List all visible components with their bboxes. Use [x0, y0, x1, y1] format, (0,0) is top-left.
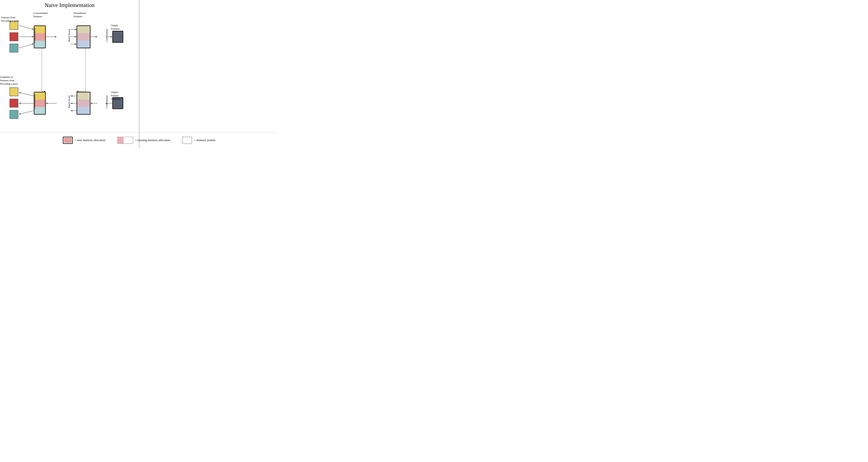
naive-batchnorm-label-bwd: Batch Norm [68, 95, 71, 108]
naive-teal-box [9, 44, 18, 53]
svg-line-2 [19, 26, 34, 29]
naive-norm-stack-bwd [76, 92, 90, 114]
legend-existing-memory-label: = existing memory allocation [135, 138, 170, 142]
naive-concat-label-fwd: Concatenation [33, 28, 36, 43]
naive-batchnorm-label-fwd: Batch Norm [68, 29, 71, 42]
naive-features-from-label: Features fromPreceding Layers [1, 16, 19, 23]
naive-norm-stack-fwd [76, 26, 90, 48]
naive-conv-label-fwd: Convolution [105, 29, 108, 42]
naive-section: Naive Implementation [0, 0, 139, 148]
svg-line-4 [19, 44, 34, 48]
legend-memory-pointer-label: = memory pointer [194, 138, 216, 142]
naive-normalized-features-label: NormalizedFeatures [73, 11, 86, 18]
naive-output-box-fwd [112, 31, 123, 43]
legend-existing-memory: = existing memory allocation [117, 137, 170, 144]
svg-line-17 [19, 92, 34, 96]
naive-output-features-label: OutputFeatures [111, 24, 120, 31]
naive-concat-label-bwd: Concatenation [33, 94, 36, 109]
legend-new-memory-box [63, 137, 73, 144]
naive-teal-grad-box [9, 110, 18, 119]
naive-red-grad-box [9, 99, 18, 107]
naive-title: Naive Implementation [4, 2, 135, 8]
naive-concat-features-label: ConcatenatedFeatures [33, 11, 48, 18]
naive-output-grad-label: OutputFeatureGradients [111, 91, 121, 101]
legend-new-memory: = new memory allocation [63, 137, 105, 144]
naive-gradients-label: Gradients ofFeatures fromPreceding Layer… [0, 75, 18, 86]
svg-line-19 [19, 111, 34, 114]
legend-memory-pointer: = memory pointer [182, 137, 216, 144]
naive-arrows [0, 0, 139, 148]
naive-red-box [9, 32, 18, 41]
legend-new-memory-label: = new memory allocation [75, 138, 105, 142]
legend-memory-pointer-box [182, 137, 192, 144]
naive-yellow-grad-box [9, 88, 18, 96]
naive-conv-label-bwd: Convolution [105, 95, 108, 108]
legend-existing-memory-box [117, 137, 133, 144]
main-container: Naive Implementation [0, 0, 278, 148]
legend: = new memory allocation = existing memor… [0, 132, 278, 148]
